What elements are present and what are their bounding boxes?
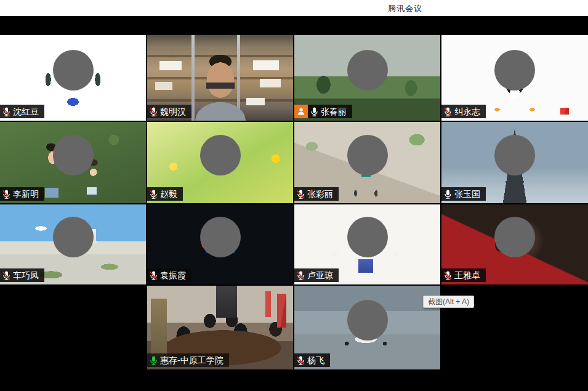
participant-avatar <box>200 135 241 175</box>
participant-name-label: 张玉国 <box>441 187 486 201</box>
participant-avatar <box>347 300 388 341</box>
participant-name: 袁振霞 <box>160 268 186 282</box>
participant-tile[interactable]: 张彩丽 <box>294 122 440 203</box>
window-title: 腾讯会议 <box>388 3 422 14</box>
participant-label-row: 张春丽 <box>294 105 352 118</box>
participant-name: 赵毅 <box>160 187 177 201</box>
mic-muted-icon <box>443 107 453 117</box>
participant-name-label: 王雅卓 <box>441 268 486 282</box>
participant-avatar <box>494 50 535 91</box>
participant-name: 魏明汉 <box>160 105 186 118</box>
participant-name: 杨飞 <box>307 353 324 367</box>
meeting-window: 腾讯会议 <box>0 0 588 391</box>
participant-label-row: 魏明汉 <box>147 105 191 118</box>
video-grid: 沈红豆 <box>0 35 588 369</box>
participant-tile[interactable]: 王雅卓 <box>441 204 588 284</box>
mic-on-icon <box>443 189 453 200</box>
participant-name: 惠存-中原工学院 <box>160 353 224 367</box>
mic-on-icon <box>310 107 319 117</box>
participant-name-label: 惠存-中原工学院 <box>147 353 229 367</box>
participant-label-row: 张玉国 <box>441 187 486 201</box>
participant-tile[interactable]: 赵毅 <box>147 122 293 203</box>
participant-name-label: 卢亚琼 <box>294 268 339 282</box>
participant-avatar <box>347 50 388 91</box>
participant-name-label: 袁振霞 <box>147 268 191 282</box>
mic-speaking-icon <box>149 355 158 366</box>
participant-label-row: 纠永志 <box>441 105 486 118</box>
participant-label-row: 惠存-中原工学院 <box>147 353 229 367</box>
participant-name-label: 纠永志 <box>441 105 486 118</box>
participant-label-row: 张彩丽 <box>294 187 339 201</box>
participant-tile[interactable]: 袁振霞 <box>147 204 293 284</box>
participant-tile[interactable]: 惠存-中原工学院 <box>147 286 293 369</box>
mic-muted-icon <box>296 270 305 281</box>
mic-muted-icon <box>443 270 453 281</box>
participant-label-row: 赵毅 <box>147 187 183 201</box>
mic-muted-icon <box>296 189 305 200</box>
screenshot-tooltip-text: 截图(Alt + A) <box>428 297 469 306</box>
participant-name: 沈红豆 <box>13 105 39 118</box>
participant-avatar <box>200 217 241 257</box>
mic-muted-icon <box>2 270 11 281</box>
screenshot-tooltip: 截图(Alt + A) <box>423 296 474 308</box>
mic-muted-icon <box>149 107 158 117</box>
participant-label-row: 李新明 <box>0 187 44 201</box>
mic-muted-icon <box>296 355 305 366</box>
participant-name-label: 张春丽 <box>308 105 352 118</box>
participant-tile[interactable]: 杨飞 <box>294 286 440 369</box>
participant-avatar <box>494 135 535 175</box>
mic-muted-icon <box>149 270 158 281</box>
participant-label-row: 王雅卓 <box>441 268 486 282</box>
participant-avatar <box>53 50 94 91</box>
participant-name: 王雅卓 <box>454 268 480 282</box>
participant-name: 纠永志 <box>454 105 480 118</box>
participant-avatar <box>494 217 535 257</box>
participant-name-label: 魏明汉 <box>147 105 191 118</box>
participant-name-label: 赵毅 <box>147 187 183 201</box>
participant-name: 李新明 <box>13 187 39 201</box>
participant-name: 车巧凤 <box>13 268 39 282</box>
participant-tile[interactable]: 车巧凤 <box>0 204 146 284</box>
participant-label-row: 杨飞 <box>294 353 330 367</box>
participant-name-label: 沈红豆 <box>0 105 44 118</box>
video-person-silhouette <box>183 48 257 121</box>
participant-name: 卢亚琼 <box>307 268 333 282</box>
member-badge-icon <box>294 105 308 118</box>
window-titlebar: 腾讯会议 <box>0 0 588 16</box>
mic-muted-icon <box>2 107 11 117</box>
participant-label-row: 卢亚琼 <box>294 268 339 282</box>
participant-name-label: 杨飞 <box>294 353 330 367</box>
participant-tile[interactable]: 纠永志 <box>441 35 588 121</box>
participant-name: 张春丽 <box>321 105 347 118</box>
participant-avatar <box>347 135 388 175</box>
participant-name-label: 车巧凤 <box>0 268 44 282</box>
participant-label-row: 车巧凤 <box>0 268 44 282</box>
participant-avatar <box>53 135 94 175</box>
participant-name-label: 张彩丽 <box>294 187 339 201</box>
participant-tile[interactable]: 沈红豆 <box>0 35 146 121</box>
participant-tile[interactable]: 张玉国 <box>441 122 588 203</box>
participant-tile[interactable]: 卢亚琼 <box>294 204 440 284</box>
participant-tile[interactable]: 魏明汉 <box>147 35 293 121</box>
participant-name: 张彩丽 <box>307 187 333 201</box>
participant-name-label: 李新明 <box>0 187 44 201</box>
mic-muted-icon <box>149 189 158 200</box>
participant-avatar <box>53 217 94 257</box>
mic-muted-icon <box>2 189 11 200</box>
participant-label-row: 袁振霞 <box>147 268 191 282</box>
participant-label-row: 沈红豆 <box>0 105 44 118</box>
participant-avatar <box>347 217 388 257</box>
participant-tile[interactable]: 李新明 <box>0 122 146 203</box>
participant-tile[interactable]: 张春丽 <box>294 35 440 121</box>
participant-name: 张玉国 <box>454 187 480 201</box>
